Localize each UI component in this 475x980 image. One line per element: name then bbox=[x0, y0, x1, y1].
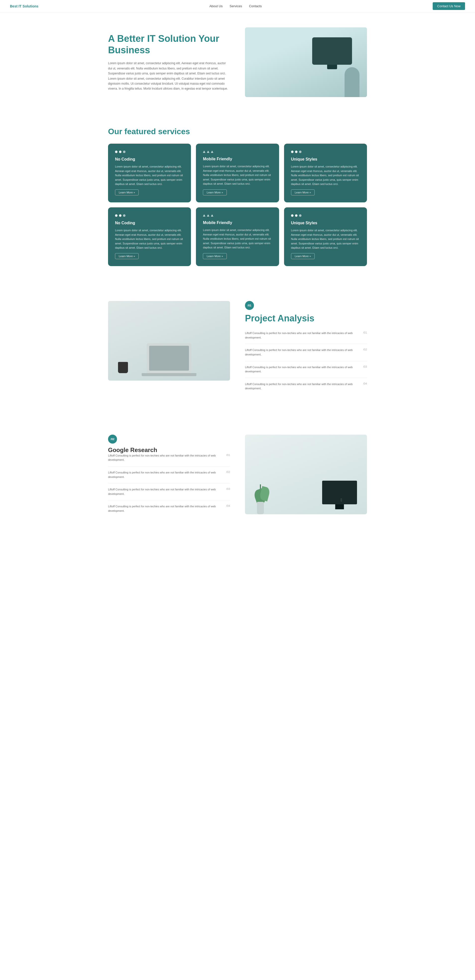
monitor-res-decoration bbox=[322, 480, 357, 504]
feature-item: Liftoff Consulting is perfect for non-te… bbox=[245, 365, 367, 378]
service-card-body: Lorem ipsum dolor sit amet, consectetur … bbox=[203, 164, 272, 186]
feature-text: Liftoff Consulting is perfect for non-te… bbox=[245, 382, 358, 391]
hero-title: A Better IT Solution Your Business bbox=[108, 33, 230, 56]
card-icons bbox=[203, 151, 272, 153]
feature-number: /01 bbox=[363, 331, 367, 334]
apple-logo-decoration:  bbox=[341, 498, 342, 502]
research-title: Google Research bbox=[108, 447, 230, 453]
learn-more-button[interactable]: Learn More » bbox=[203, 253, 226, 259]
dot-icon bbox=[295, 214, 298, 217]
learn-more-button[interactable]: Learn More » bbox=[115, 189, 139, 196]
service-card-body: Lorem ipsum dolor sit amet, consectetur … bbox=[115, 228, 184, 250]
triangle-icon bbox=[203, 214, 206, 216]
feature-item: Liftoff Consulting is perfect for non-te… bbox=[108, 471, 230, 484]
dot-icon bbox=[291, 214, 293, 217]
services-grid: No Coding Lorem ipsum dolor sit amet, co… bbox=[108, 144, 367, 266]
feature-item: Liftoff Consulting is perfect for non-te… bbox=[108, 504, 230, 517]
feature-number: /04 bbox=[226, 504, 230, 507]
learn-more-button[interactable]: Learn More » bbox=[203, 189, 226, 196]
mug-decoration bbox=[118, 362, 128, 373]
dot-icon bbox=[299, 151, 301, 153]
feature-text: Liftoff Consulting is perfect for non-te… bbox=[245, 331, 358, 340]
hero-body: Lorem ipsum dolor sit amet, consectetur … bbox=[108, 61, 230, 91]
feature-number: /02 bbox=[226, 471, 230, 473]
learn-more-button[interactable]: Learn More » bbox=[291, 189, 315, 196]
vase-decoration bbox=[257, 502, 264, 514]
feature-number: /01 bbox=[226, 453, 230, 457]
card-icons bbox=[291, 214, 360, 217]
dot-icon bbox=[123, 214, 126, 217]
service-card-body: Lorem ipsum dolor sit amet, consectetur … bbox=[291, 228, 360, 250]
card-icons bbox=[115, 151, 184, 153]
service-card: Mobile Friendly Lorem ipsum dolor sit am… bbox=[196, 144, 279, 202]
project-analysis-section: /01 Project Analysis Liftoff Consulting … bbox=[88, 281, 387, 415]
feature-number: /03 bbox=[363, 365, 367, 368]
research-image:  bbox=[245, 434, 367, 514]
card-icons bbox=[115, 214, 184, 217]
hero-image bbox=[245, 27, 367, 97]
dot-icon bbox=[299, 214, 301, 217]
featured-title: Our featured services bbox=[108, 127, 367, 136]
service-card-body: Lorem ipsum dolor sit amet, consectetur … bbox=[291, 164, 360, 186]
project-content: /01 Project Analysis Liftoff Consulting … bbox=[245, 301, 367, 395]
service-card-body: Lorem ipsum dolor sit amet, consectetur … bbox=[115, 164, 184, 186]
dot-icon bbox=[115, 214, 118, 217]
nav-about[interactable]: About Us bbox=[209, 4, 223, 8]
person-decoration bbox=[344, 67, 360, 97]
feature-text: Liftoff Consulting is perfect for non-te… bbox=[245, 348, 358, 357]
feature-text: Liftoff Consulting is perfect for non-te… bbox=[108, 487, 221, 496]
project-badge: /01 bbox=[245, 301, 254, 310]
navbar: Best IT Solutions About Us Services Cont… bbox=[0, 0, 475, 13]
hero-section: A Better IT Solution Your Business Lorem… bbox=[88, 13, 387, 112]
service-card: No Coding Lorem ipsum dolor sit amet, co… bbox=[108, 207, 191, 266]
featured-services-section: Our featured services No Coding Lorem ip… bbox=[88, 112, 387, 281]
service-card-title: No Coding bbox=[115, 221, 184, 225]
laptop-decoration bbox=[147, 343, 191, 373]
feature-item: Liftoff Consulting is perfect for non-te… bbox=[245, 382, 367, 395]
service-card: Unique Styles Lorem ipsum dolor sit amet… bbox=[284, 207, 367, 266]
feature-number: /04 bbox=[363, 382, 367, 385]
feature-number: /03 bbox=[226, 487, 230, 490]
contact-us-button[interactable]: Contact Us Now bbox=[433, 2, 465, 10]
dot-icon bbox=[119, 214, 121, 217]
service-card-title: Mobile Friendly bbox=[203, 157, 272, 161]
nav-contacts[interactable]: Contacts bbox=[249, 4, 261, 8]
google-research-section: /02 Google Research Liftoff Consulting i… bbox=[88, 415, 387, 537]
triangle-icon bbox=[211, 214, 214, 216]
triangle-icon bbox=[203, 151, 206, 153]
research-content: /02 Google Research Liftoff Consulting i… bbox=[108, 434, 230, 517]
learn-more-button[interactable]: Learn More » bbox=[115, 253, 139, 259]
dot-icon bbox=[123, 151, 126, 153]
hero-text: A Better IT Solution Your Business Lorem… bbox=[108, 33, 230, 91]
feature-item: Liftoff Consulting is perfect for non-te… bbox=[245, 331, 367, 344]
learn-more-button[interactable]: Learn More » bbox=[291, 253, 315, 259]
brand-logo: Best IT Solutions bbox=[10, 4, 38, 8]
service-card-title: Unique Styles bbox=[291, 157, 360, 162]
project-feature-list: Liftoff Consulting is perfect for non-te… bbox=[245, 331, 367, 395]
service-card: Unique Styles Lorem ipsum dolor sit amet… bbox=[284, 144, 367, 202]
feature-text: Liftoff Consulting is perfect for non-te… bbox=[108, 453, 221, 462]
research-badge: /02 bbox=[108, 434, 117, 444]
feature-text: Liftoff Consulting is perfect for non-te… bbox=[108, 471, 221, 479]
service-card: Mobile Friendly Lorem ipsum dolor sit am… bbox=[196, 207, 279, 266]
dot-icon bbox=[119, 151, 121, 153]
nav-services[interactable]: Services bbox=[230, 4, 242, 8]
triangle-icon bbox=[211, 151, 214, 153]
research-feature-list: Liftoff Consulting is perfect for non-te… bbox=[108, 453, 230, 517]
feature-number: /02 bbox=[363, 348, 367, 351]
triangle-icon bbox=[207, 151, 209, 153]
feature-text: Liftoff Consulting is perfect for non-te… bbox=[108, 504, 221, 513]
card-icons bbox=[203, 214, 272, 216]
service-card-title: Mobile Friendly bbox=[203, 221, 272, 225]
feature-item: Liftoff Consulting is perfect for non-te… bbox=[108, 487, 230, 500]
feature-text: Liftoff Consulting is perfect for non-te… bbox=[245, 365, 358, 374]
service-card-title: Unique Styles bbox=[291, 221, 360, 225]
monitor-decoration bbox=[312, 37, 352, 65]
feature-item: Liftoff Consulting is perfect for non-te… bbox=[245, 348, 367, 361]
feature-item: Liftoff Consulting is perfect for non-te… bbox=[108, 453, 230, 466]
nav-links: About Us Services Contacts bbox=[209, 4, 262, 8]
service-card-title: No Coding bbox=[115, 157, 184, 162]
service-card: No Coding Lorem ipsum dolor sit amet, co… bbox=[108, 144, 191, 202]
dot-icon bbox=[291, 151, 293, 153]
dot-icon bbox=[295, 151, 298, 153]
